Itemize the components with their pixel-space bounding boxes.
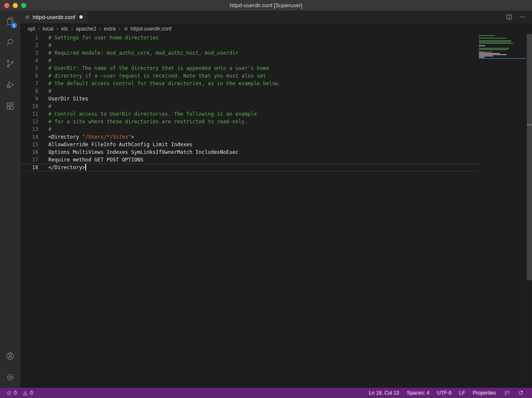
activity-bar-spacer <box>0 117 20 345</box>
feedback-icon <box>503 390 510 396</box>
minimap-line <box>479 53 526 54</box>
sidebar-item-run-debug[interactable] <box>0 74 20 95</box>
line-number: 15 <box>20 141 38 148</box>
line-content: # Control access to UserDir directories.… <box>48 110 257 118</box>
line-number: 4 <box>20 57 38 64</box>
tab-httpd-userdir[interactable]: httpd-userdir.conf <box>20 11 88 23</box>
breadcrumb-segment[interactable]: etc <box>61 26 68 32</box>
line-number: 5 <box>20 64 38 72</box>
breadcrumb-separator: › <box>38 26 39 32</box>
code-line-15[interactable]: 15AllowOverride FileInfo AuthConfig Limi… <box>20 141 532 148</box>
code-line-4[interactable]: 4# <box>20 57 532 64</box>
code-line-10[interactable]: 10# <box>20 103 532 110</box>
line-number: 2 <box>20 42 38 49</box>
code-line-13[interactable]: 13# <box>20 125 532 133</box>
zoom-window-button[interactable] <box>21 3 26 8</box>
status-cursor-position[interactable]: Ln 18, Col 13 <box>365 390 403 396</box>
sidebar-item-explorer[interactable]: 1 <box>0 11 20 32</box>
minimize-window-button[interactable] <box>13 3 18 8</box>
settings-button[interactable] <box>0 367 20 388</box>
search-icon <box>5 37 15 47</box>
status-eol[interactable]: LF <box>455 390 469 396</box>
line-number: 8 <box>20 87 38 95</box>
status-encoding[interactable]: UTF-8 <box>433 390 455 396</box>
title-bar: httpd-userdir.conf [Superuser] <box>0 0 532 11</box>
minimap-line <box>479 35 526 36</box>
breadcrumb-segment[interactable]: local <box>42 26 53 32</box>
more-actions-icon[interactable] <box>518 14 526 20</box>
minimap-line <box>479 49 526 50</box>
code-lines: 1# Settings for user home directories2#3… <box>20 34 532 171</box>
breadcrumb-segment[interactable]: opt <box>28 26 35 32</box>
minimap-line <box>479 48 526 49</box>
code-editor[interactable]: 1# Settings for user home directories2#3… <box>20 34 532 388</box>
code-line-1[interactable]: 1# Settings for user home directories <box>20 34 532 42</box>
minimap-line <box>479 47 526 47</box>
code-line-18[interactable]: 18</Directory> <box>20 164 532 171</box>
line-content: # for a site where these directories are… <box>48 118 248 125</box>
sidebar-item-source-control[interactable] <box>0 53 20 74</box>
minimap-current-line <box>479 58 526 59</box>
breadcrumb-file-label: httpd-userdir.conf <box>131 26 172 32</box>
line-content: AllowOverride FileInfo AuthConfig Limit … <box>48 141 193 148</box>
code-line-12[interactable]: 12# for a site where these directories a… <box>20 118 532 125</box>
minimap-line <box>479 40 526 41</box>
code-line-17[interactable]: 17Require method GET POST OPTIONS <box>20 156 532 164</box>
breadcrumb-segments: opt›local›etc›apache2›extra› <box>28 26 123 32</box>
breadcrumb-segment[interactable]: extra <box>104 26 116 32</box>
modified-indicator-dot[interactable] <box>79 15 83 19</box>
code-line-6[interactable]: 6# directory if a ~user request is recei… <box>20 72 532 80</box>
line-number: 13 <box>20 125 38 133</box>
breadcrumb-segment[interactable]: apache2 <box>76 26 96 32</box>
error-icon <box>6 390 12 396</box>
line-content: # <box>48 125 51 133</box>
notifications-button[interactable] <box>514 390 528 396</box>
code-line-3[interactable]: 3# Required module: mod_authz_core, mod_… <box>20 49 532 57</box>
status-indentation[interactable]: Spaces: 4 <box>403 390 433 396</box>
line-number: 3 <box>20 49 38 57</box>
status-bar: 0 0 Ln 18, Col 13Spaces: 4UTF-8LFPropert… <box>0 388 532 398</box>
line-content: Require method GET POST OPTIONS <box>48 156 143 164</box>
split-editor-icon[interactable] <box>506 14 512 20</box>
code-line-8[interactable]: 8# <box>20 87 532 95</box>
gear-icon <box>5 372 15 382</box>
tab-bar: httpd-userdir.conf <box>20 11 532 23</box>
editor-pane: httpd-userdir.conf opt›local›etc›apache2… <box>20 11 532 388</box>
line-number: 18 <box>20 164 38 171</box>
close-window-button[interactable] <box>4 3 9 8</box>
code-line-5[interactable]: 5# UserDir: The name of the directory th… <box>20 64 532 72</box>
problems-panel-toggle[interactable]: 0 0 <box>0 390 34 396</box>
scrollbar-mark <box>527 124 532 125</box>
breadcrumb-file[interactable]: httpd-userdir.conf <box>123 26 172 32</box>
code-line-11[interactable]: 11# Control access to UserDir directorie… <box>20 110 532 118</box>
extensions-icon <box>5 101 15 111</box>
code-line-2[interactable]: 2# <box>20 42 532 49</box>
line-content: # directory if a ~user request is receiv… <box>48 72 266 80</box>
feedback-button[interactable] <box>500 390 514 396</box>
breadcrumb-separator: › <box>99 26 101 32</box>
breadcrumb-separator: › <box>56 26 58 32</box>
breadcrumb-separator: › <box>71 26 73 32</box>
minimap-line <box>479 45 526 46</box>
minimap-line <box>479 56 526 56</box>
account-button[interactable] <box>0 345 20 367</box>
code-line-7[interactable]: 7# the default access control for these … <box>20 80 532 87</box>
line-number: 10 <box>20 103 38 110</box>
vertical-scrollbar[interactable] <box>526 34 532 388</box>
code-line-9[interactable]: 9UserDir Sites <box>20 95 532 103</box>
sidebar-item-extensions[interactable] <box>0 95 20 117</box>
code-line-16[interactable]: 16Options MultiViews Indexes SymLinksIfO… <box>20 148 532 156</box>
minimap[interactable] <box>478 34 526 388</box>
line-content: </Directory> <box>48 164 86 171</box>
scrollbar-slider[interactable] <box>527 34 532 280</box>
code-line-14[interactable]: 14<Directory "/Users/*/Sites"> <box>20 133 532 141</box>
warning-icon <box>22 390 28 396</box>
line-content: # Settings for user home directories <box>48 34 159 42</box>
sidebar-item-search[interactable] <box>0 32 20 53</box>
tab-label: httpd-userdir.conf <box>33 14 75 20</box>
status-language-mode[interactable]: Properties <box>469 390 500 396</box>
minimap-line <box>479 43 526 44</box>
minimap-line <box>479 54 526 55</box>
bell-icon <box>517 390 524 396</box>
minimap-line <box>479 39 526 40</box>
